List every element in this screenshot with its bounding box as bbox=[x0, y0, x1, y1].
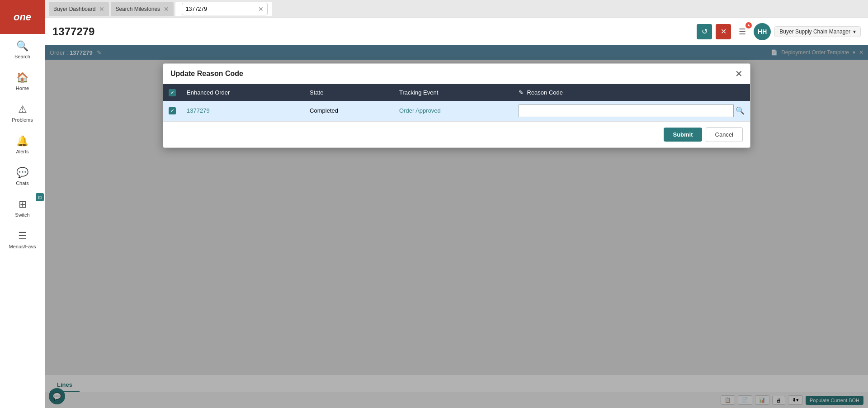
col-state-label: State bbox=[310, 89, 323, 96]
switch-badge: ⊡ bbox=[36, 193, 44, 201]
col-reason-code: ✎ Reason Code bbox=[513, 84, 750, 101]
tab-search-milestones[interactable]: Search Milestones ✕ bbox=[111, 2, 174, 16]
dropdown-icon: ▾ bbox=[853, 28, 856, 35]
cancel-button[interactable]: Cancel bbox=[706, 127, 743, 142]
sidebar: one 🔍 Search 🏠 Home ⚠ Problems 🔔 Alerts … bbox=[0, 0, 45, 408]
switch-icon: ⊞ bbox=[19, 199, 27, 210]
table-header-row: Enhanced Order State Tracking Event ✎ bbox=[163, 84, 750, 101]
submit-button[interactable]: Submit bbox=[664, 128, 702, 142]
search-icon: 🔍 bbox=[16, 40, 28, 52]
user-role-selector[interactable]: Buyer Supply Chain Manager ▾ bbox=[774, 26, 861, 37]
main-area: Buyer Dashboard ✕ Search Milestones ✕ ✕ … bbox=[45, 0, 868, 408]
app-logo: one bbox=[0, 0, 45, 34]
row-reason-code-cell: 🔍 bbox=[513, 101, 750, 121]
close-tab-buyer-dashboard[interactable]: ✕ bbox=[99, 5, 104, 13]
tab-search-milestones-label: Search Milestones bbox=[115, 6, 160, 12]
tab-bar: Buyer Dashboard ✕ Search Milestones ✕ ✕ bbox=[45, 0, 868, 18]
refresh-button[interactable]: ↺ bbox=[697, 24, 712, 39]
modal-title: Update Reason Code bbox=[170, 70, 243, 78]
avatar: HH bbox=[754, 23, 771, 40]
modal-close-button[interactable]: ✕ bbox=[735, 69, 743, 78]
content-area: Order : 1377279 ✎ 📄 Deployment Order Tem… bbox=[45, 45, 868, 408]
table-row: 1377279 Completed Order Approved 🔍 bbox=[163, 101, 750, 121]
notification-badge: ★ bbox=[745, 22, 752, 28]
row-tracking-event: Order Approved bbox=[394, 101, 513, 121]
bell-icon: 🔔 bbox=[16, 135, 28, 147]
edit-col-icon: ✎ bbox=[519, 89, 524, 96]
sidebar-item-home[interactable]: 🏠 Home bbox=[0, 66, 45, 97]
modal-header: Update Reason Code ✕ bbox=[163, 64, 750, 84]
sidebar-item-problems[interactable]: ⚠ Problems bbox=[0, 97, 45, 129]
close-tab-search-milestones[interactable]: ✕ bbox=[164, 5, 169, 13]
select-all-checkbox[interactable] bbox=[169, 89, 176, 96]
menu-icon: ☰ bbox=[18, 230, 27, 242]
col-enhanced-order: Enhanced Order bbox=[181, 84, 304, 101]
update-reason-code-modal: Update Reason Code ✕ Enhanced Order bbox=[163, 63, 750, 148]
col-checkbox bbox=[163, 84, 181, 101]
sidebar-item-alerts-label: Alerts bbox=[16, 149, 28, 154]
reason-code-search-button[interactable]: 🔍 bbox=[736, 106, 745, 115]
sidebar-item-alerts[interactable]: 🔔 Alerts bbox=[0, 129, 45, 161]
close-button[interactable]: ✕ bbox=[716, 24, 731, 39]
warning-icon: ⚠ bbox=[18, 104, 27, 115]
modal-footer: Submit Cancel bbox=[163, 121, 750, 147]
logo-text: one bbox=[14, 11, 31, 23]
sidebar-item-problems-label: Problems bbox=[12, 117, 33, 123]
col-reason-code-label: Reason Code bbox=[527, 89, 563, 96]
tab-order-search: ✕ bbox=[182, 3, 268, 15]
row-enhanced-order[interactable]: 1377279 bbox=[181, 101, 304, 121]
tab-buyer-dashboard[interactable]: Buyer Dashboard ✕ bbox=[49, 2, 109, 16]
col-tracking-event-label: Tracking Event bbox=[399, 89, 438, 96]
sidebar-item-chats[interactable]: 💬 Chats bbox=[0, 161, 45, 192]
chat-icon: 💬 bbox=[16, 167, 28, 179]
sidebar-item-menus-label: Menus/Favs bbox=[9, 244, 36, 249]
reason-code-wrapper: 🔍 bbox=[519, 104, 745, 117]
menu-button[interactable]: ☰ ★ bbox=[735, 24, 750, 39]
sidebar-item-chats-label: Chats bbox=[16, 180, 29, 186]
row-state: Completed bbox=[304, 101, 394, 121]
clear-tab-icon[interactable]: ✕ bbox=[258, 5, 264, 13]
col-enhanced-order-label: Enhanced Order bbox=[187, 89, 230, 96]
sidebar-item-home-label: Home bbox=[16, 85, 29, 91]
tab-order[interactable]: ✕ bbox=[175, 2, 272, 16]
sidebar-item-search[interactable]: 🔍 Search bbox=[0, 34, 45, 66]
row-checkbox[interactable] bbox=[169, 107, 176, 114]
tab-order-input[interactable] bbox=[186, 6, 258, 12]
modal-body: Enhanced Order State Tracking Event ✎ bbox=[163, 84, 750, 121]
reason-code-table: Enhanced Order State Tracking Event ✎ bbox=[163, 84, 750, 121]
tab-buyer-dashboard-label: Buyer Dashboard bbox=[53, 6, 95, 12]
col-tracking-event: Tracking Event bbox=[394, 84, 513, 101]
page-title: 1377279 bbox=[52, 25, 697, 38]
col-state: State bbox=[304, 84, 394, 101]
modal-overlay: Update Reason Code ✕ Enhanced Order bbox=[45, 45, 868, 408]
reason-code-input[interactable] bbox=[519, 104, 734, 117]
page-header: 1377279 ↺ ✕ ☰ ★ HH Buyer Supply Chain Ma… bbox=[45, 18, 868, 45]
user-role-label: Buyer Supply Chain Manager bbox=[779, 28, 850, 35]
home-icon: 🏠 bbox=[16, 72, 28, 84]
sidebar-item-switch-label: Switch bbox=[15, 212, 29, 218]
sidebar-item-menus[interactable]: ☰ Menus/Favs bbox=[0, 224, 45, 256]
sidebar-item-switch[interactable]: ⊞ Switch ⊡ bbox=[0, 192, 45, 224]
sidebar-item-search-label: Search bbox=[14, 54, 30, 59]
row-checkbox-cell bbox=[163, 101, 181, 121]
header-actions: ↺ ✕ ☰ ★ HH Buyer Supply Chain Manager ▾ bbox=[697, 23, 861, 40]
